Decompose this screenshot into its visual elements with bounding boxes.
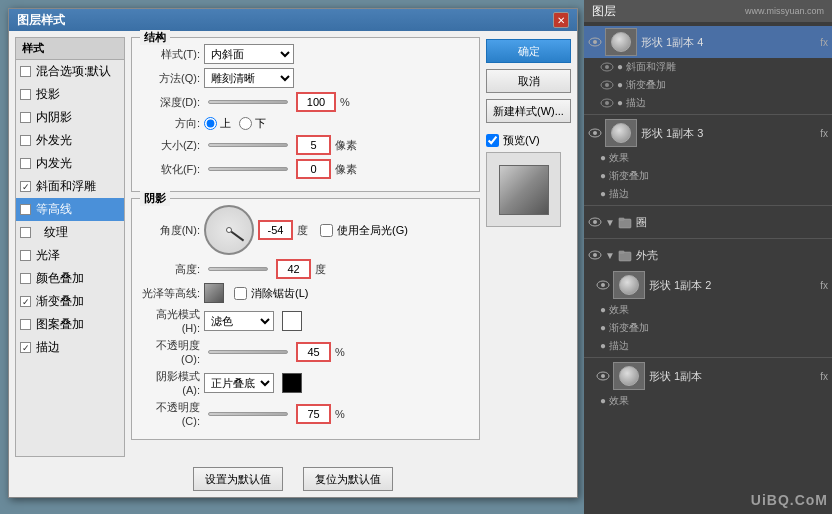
sidebar-item-inner-shadow[interactable]: 内阴影 <box>16 106 124 129</box>
shadow-color-swatch[interactable] <box>282 373 302 393</box>
ok-button[interactable]: 确定 <box>486 39 571 63</box>
ring-group-name: 圈 <box>636 215 828 230</box>
size-unit: 像素 <box>335 138 357 153</box>
stroke-checkbox[interactable] <box>20 342 31 353</box>
dialog-footer: 设置为默认值 复位为默认值 <box>9 463 577 497</box>
size-input[interactable] <box>296 135 331 155</box>
layer-shape1copy2[interactable]: 形状 1副本 2 fx <box>584 269 832 301</box>
folder-icon <box>618 215 632 229</box>
folder-icon2 <box>618 248 632 262</box>
gradient-overlay-label: 渐变叠加 <box>36 293 84 310</box>
layer-effect-label4: ● 效果 <box>584 392 832 410</box>
soften-label: 软化(F): <box>140 162 200 177</box>
highlight-color-swatch[interactable] <box>282 311 302 331</box>
satin-checkbox[interactable] <box>20 250 31 261</box>
altitude-slider[interactable] <box>208 267 268 271</box>
thumb-circle3 <box>611 123 631 143</box>
angle-input[interactable] <box>258 220 293 240</box>
direction-down-input[interactable] <box>239 117 252 130</box>
highlight-opacity-input[interactable] <box>296 342 331 362</box>
layer-effect-gradient: ● 渐变叠加 <box>584 76 832 94</box>
preview-inner <box>499 165 549 215</box>
outer-glow-checkbox[interactable] <box>20 135 31 146</box>
visibility-icon[interactable] <box>588 35 602 49</box>
method-select[interactable]: 雕刻清晰 平滑 雕刻柔和 <box>204 68 294 88</box>
visibility-icon8[interactable] <box>596 369 610 383</box>
layer-group-shell[interactable]: ▼ 外壳 <box>584 241 832 269</box>
highlight-mode-select[interactable]: 滤色 正常 <box>204 311 274 331</box>
reset-default-button[interactable]: 复位为默认值 <box>303 467 393 491</box>
preview-checkbox[interactable] <box>486 134 499 147</box>
layer-shape1copy[interactable]: 形状 1副本 fx <box>584 360 832 392</box>
gloss-swatch[interactable] <box>204 283 224 303</box>
structure-group: 结构 样式(T): 内斜面 外斜面 浮雕效果 方法(Q): 雕刻清晰 平滑 雕刻… <box>131 37 480 192</box>
visibility-icon6[interactable] <box>588 248 602 262</box>
depth-label: 深度(D): <box>140 95 200 110</box>
direction-up-radio[interactable]: 上 <box>204 116 231 131</box>
shadow-opacity-slider[interactable] <box>208 412 288 416</box>
sidebar-item-outer-glow[interactable]: 外发光 <box>16 129 124 152</box>
visibility-icon5[interactable] <box>588 215 602 229</box>
altitude-input[interactable] <box>276 259 311 279</box>
global-light-checkbox[interactable] <box>320 224 333 237</box>
style-select[interactable]: 内斜面 外斜面 浮雕效果 <box>204 44 294 64</box>
color-overlay-checkbox[interactable] <box>20 273 31 284</box>
sidebar-item-satin[interactable]: 光泽 <box>16 244 124 267</box>
sidebar-item-contour[interactable]: 等高线 <box>16 198 124 221</box>
svg-point-7 <box>605 101 609 105</box>
size-label: 大小(Z): <box>140 138 200 153</box>
visibility-icon4[interactable] <box>588 126 602 140</box>
svg-point-19 <box>601 283 605 287</box>
contour-label: 等高线 <box>36 201 72 218</box>
direction-down-radio[interactable]: 下 <box>239 116 266 131</box>
layers-header: 图层 www.missyuan.com <box>584 0 832 22</box>
sidebar-item-inner-glow[interactable]: 内发光 <box>16 152 124 175</box>
highlight-opacity-slider[interactable] <box>208 350 288 354</box>
texture-checkbox[interactable] <box>20 227 31 238</box>
antialias-checkbox[interactable] <box>234 287 247 300</box>
dialog-titlebar: 图层样式 ✕ <box>9 9 577 31</box>
close-button[interactable]: ✕ <box>553 12 569 28</box>
sidebar-item-bevel-emboss[interactable]: 斜面和浮雕 <box>16 175 124 198</box>
sidebar-item-stroke[interactable]: 描边 <box>16 336 124 359</box>
layer-shape1copy4[interactable]: 形状 1副本 4 fx <box>584 26 832 58</box>
thumb-circle <box>611 32 631 52</box>
sidebar-item-drop-shadow[interactable]: 投影 <box>16 83 124 106</box>
layer-effect-bevel: ● 斜面和浮雕 <box>584 58 832 76</box>
effect-label3: ● 描边 <box>617 96 646 110</box>
texture-label: 纹理 <box>44 224 68 241</box>
angle-dial[interactable] <box>204 205 254 255</box>
direction-up-input[interactable] <box>204 117 217 130</box>
pattern-overlay-checkbox[interactable] <box>20 319 31 330</box>
sidebar-item-texture[interactable]: 纹理 <box>16 221 124 244</box>
visibility-icon7[interactable] <box>596 278 610 292</box>
gloss-row: 光泽等高线: 消除锯齿(L) <box>140 283 471 303</box>
inner-shadow-checkbox[interactable] <box>20 112 31 123</box>
inner-glow-checkbox[interactable] <box>20 158 31 169</box>
global-light-checkbox-row: 使用全局光(G) <box>320 223 408 238</box>
svg-point-9 <box>593 131 597 135</box>
sidebar-item-blend-default[interactable]: 混合选项:默认 <box>16 60 124 83</box>
layer-thumb3 <box>605 119 637 147</box>
blend-default-checkbox[interactable] <box>20 66 31 77</box>
depth-slider[interactable] <box>208 100 288 104</box>
drop-shadow-checkbox[interactable] <box>20 89 31 100</box>
depth-input[interactable] <box>296 92 336 112</box>
new-style-button[interactable]: 新建样式(W)... <box>486 99 571 123</box>
contour-checkbox[interactable] <box>20 204 31 215</box>
shadow-mode-select[interactable]: 正片叠底 正常 <box>204 373 274 393</box>
layer-style-dialog: 图层样式 ✕ 样式 混合选项:默认 投影 内阴影 外发光 <box>8 8 578 498</box>
gradient-overlay-checkbox[interactable] <box>20 296 31 307</box>
layer-group-ring[interactable]: ▼ 圈 <box>584 208 832 236</box>
size-slider[interactable] <box>208 143 288 147</box>
sidebar-item-pattern-overlay[interactable]: 图案叠加 <box>16 313 124 336</box>
set-default-button[interactable]: 设置为默认值 <box>193 467 283 491</box>
soften-slider[interactable] <box>208 167 288 171</box>
cancel-button[interactable]: 取消 <box>486 69 571 93</box>
layer-shape1copy3[interactable]: 形状 1副本 3 fx <box>584 117 832 149</box>
soften-input[interactable] <box>296 159 331 179</box>
bevel-emboss-checkbox[interactable] <box>20 181 31 192</box>
sidebar-item-gradient-overlay[interactable]: 渐变叠加 <box>16 290 124 313</box>
shadow-opacity-input[interactable] <box>296 404 331 424</box>
sidebar-item-color-overlay[interactable]: 颜色叠加 <box>16 267 124 290</box>
